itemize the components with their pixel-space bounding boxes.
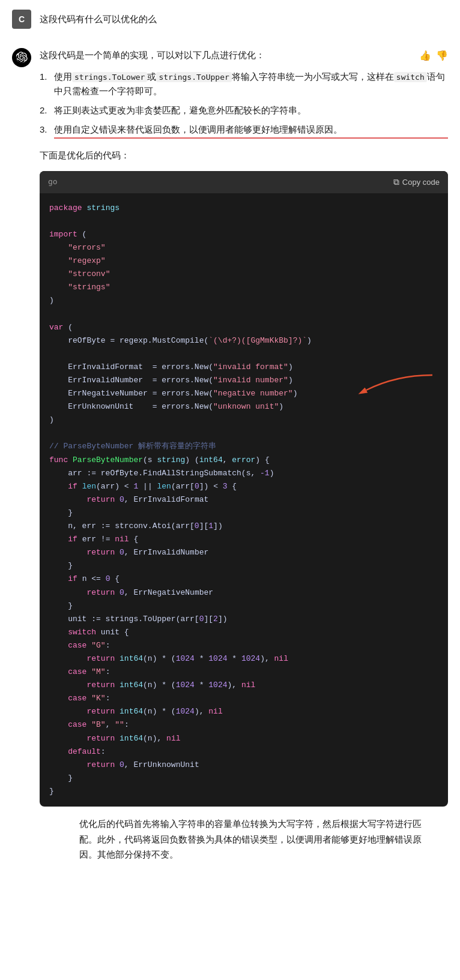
copy-label: Copy code xyxy=(402,178,440,187)
list-item: 1. 使用strings.ToLower或strings.ToUpper将输入字… xyxy=(40,70,448,98)
list-item: 3. 使用自定义错误来替代返回负数，以便调用者能够更好地理解错误原因。 xyxy=(40,122,448,139)
assistant-avatar xyxy=(12,48,31,67)
openai-logo-icon xyxy=(16,52,28,64)
thumbs-down-icon[interactable]: 👎 xyxy=(436,48,448,64)
copy-icon: ⧉ xyxy=(393,177,399,187)
code-content: package strings import ( "errors" "regex… xyxy=(40,193,448,807)
footer-text: 优化后的代码首先将输入字符串的容量单位转换为大写字符，然后根据大写字符进行匹配。… xyxy=(40,816,448,874)
intro-text: 这段代码是一个简单的实现，可以对以下几点进行优化： xyxy=(40,48,448,62)
optimization-list: 1. 使用strings.ToLower或strings.ToUpper将输入字… xyxy=(40,70,448,139)
user-message: C 这段代码有什么可以优化的么 xyxy=(0,0,460,38)
message-actions: 👍 👎 xyxy=(419,48,448,64)
assistant-content: 这段代码是一个简单的实现，可以对以下几点进行优化： 1. 使用strings.T… xyxy=(40,48,448,874)
code-block: go ⧉ Copy code package strings import ( … xyxy=(40,171,448,807)
list-item: 2. 将正则表达式更改为非贪婪匹配，避免意外匹配较长的字符串。 xyxy=(40,103,448,118)
code-header: go ⧉ Copy code xyxy=(40,171,448,193)
user-avatar: C xyxy=(12,10,31,29)
thumbs-up-icon[interactable]: 👍 xyxy=(419,48,431,64)
below-code-label: 下面是优化后的代码： xyxy=(40,148,448,163)
copy-code-button[interactable]: ⧉ Copy code xyxy=(393,177,440,187)
assistant-message: 这段代码是一个简单的实现，可以对以下几点进行优化： 1. 使用strings.T… xyxy=(0,38,460,884)
code-language: go xyxy=(48,176,58,188)
user-message-text: 这段代码有什么可以优化的么 xyxy=(40,12,157,26)
